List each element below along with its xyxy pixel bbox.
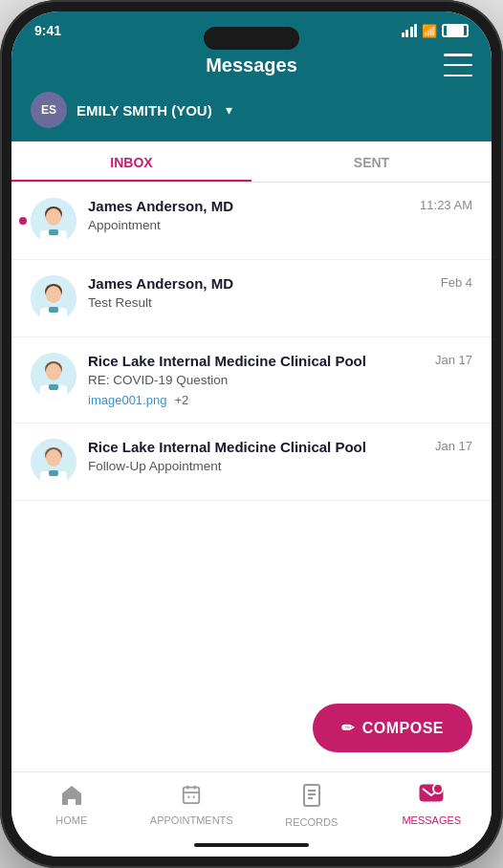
sender-avatar bbox=[31, 439, 77, 485]
compose-area: ✏ COMPOSE bbox=[11, 688, 492, 771]
home-indicator bbox=[11, 837, 492, 857]
svg-point-7 bbox=[46, 286, 61, 303]
svg-point-2 bbox=[46, 208, 61, 226]
tab-inbox[interactable]: INBOX bbox=[11, 141, 252, 182]
message-attachments: image001.png +2 bbox=[88, 393, 472, 407]
message-preview: Test Result bbox=[88, 295, 472, 310]
sender-avatar bbox=[31, 198, 77, 244]
svg-point-17 bbox=[46, 449, 61, 467]
nav-records-label: RECORDS bbox=[285, 816, 338, 828]
message-preview: Appointment bbox=[88, 218, 472, 232]
nav-messages[interactable]: MESSAGES bbox=[372, 780, 492, 832]
svg-point-31 bbox=[433, 784, 443, 793]
message-item[interactable]: James Anderson, MD 11:23 AM Appointment bbox=[11, 183, 492, 260]
nav-appointments-label: APPOINTMENTS bbox=[150, 814, 233, 826]
message-preview: RE: COVID-19 Question bbox=[88, 373, 472, 387]
attachment-name[interactable]: image001.png bbox=[88, 393, 166, 407]
user-name: EMILY SMITH (YOU) bbox=[77, 102, 212, 119]
compose-button[interactable]: ✏ COMPOSE bbox=[313, 704, 472, 752]
nav-home-label: HOME bbox=[55, 814, 87, 826]
attachment-extra: +2 bbox=[174, 393, 188, 407]
phone-screen: 9:41 📶 Messages bbox=[11, 11, 492, 857]
nav-messages-label: MESSAGES bbox=[402, 814, 461, 826]
svg-point-12 bbox=[46, 363, 61, 380]
dynamic-island bbox=[204, 27, 299, 50]
unread-indicator bbox=[19, 217, 27, 225]
signal-icon bbox=[402, 24, 418, 37]
compose-label: COMPOSE bbox=[362, 720, 444, 737]
header-title: Messages bbox=[59, 54, 444, 76]
records-icon bbox=[301, 784, 322, 813]
message-item[interactable]: Rice Lake Internal Medicine Clinical Poo… bbox=[11, 337, 492, 423]
phone-shell: 9:41 📶 Messages bbox=[0, 0, 503, 868]
bottom-nav: HOME APPOINTMENTS bbox=[11, 771, 492, 837]
sender-avatar bbox=[31, 275, 77, 321]
tab-bar: INBOX SENT bbox=[11, 141, 492, 183]
messages-list: James Anderson, MD 11:23 AM Appointment bbox=[11, 183, 492, 688]
svg-rect-20 bbox=[184, 788, 200, 804]
user-selector[interactable]: ES EMILY SMITH (YOU) ▾ bbox=[11, 92, 492, 141]
tab-sent[interactable]: SENT bbox=[252, 141, 492, 182]
sender-avatar bbox=[31, 353, 77, 399]
sender-name: James Anderson, MD bbox=[88, 198, 233, 214]
app-header: Messages bbox=[11, 44, 492, 92]
user-avatar: ES bbox=[31, 92, 67, 128]
nav-records[interactable]: RECORDS bbox=[252, 780, 372, 832]
sender-name: Rice Lake Internal Medicine Clinical Poo… bbox=[88, 353, 366, 369]
home-icon bbox=[60, 784, 83, 811]
svg-rect-4 bbox=[49, 229, 58, 235]
message-time: Jan 17 bbox=[435, 439, 472, 453]
nav-appointments[interactable]: APPOINTMENTS bbox=[132, 780, 252, 832]
battery-icon bbox=[442, 24, 469, 37]
svg-rect-14 bbox=[49, 384, 58, 390]
wifi-icon: 📶 bbox=[422, 24, 437, 38]
sender-name: Rice Lake Internal Medicine Clinical Poo… bbox=[88, 439, 366, 455]
status-time: 9:41 bbox=[34, 23, 61, 38]
message-time: 11:23 AM bbox=[420, 198, 472, 212]
appointments-icon bbox=[180, 784, 203, 811]
user-chevron-icon: ▾ bbox=[226, 102, 232, 118]
nav-home[interactable]: HOME bbox=[11, 780, 132, 832]
message-preview: Follow-Up Appointment bbox=[88, 459, 472, 473]
message-item[interactable]: James Anderson, MD Feb 4 Test Result bbox=[11, 260, 492, 337]
message-content: Rice Lake Internal Medicine Clinical Poo… bbox=[88, 439, 472, 473]
sender-name: James Anderson, MD bbox=[88, 275, 233, 292]
compose-icon: ✏ bbox=[341, 719, 355, 737]
message-content: James Anderson, MD 11:23 AM Appointment bbox=[88, 198, 472, 232]
message-content: James Anderson, MD Feb 4 Test Result bbox=[88, 275, 472, 310]
message-item[interactable]: Rice Lake Internal Medicine Clinical Poo… bbox=[11, 423, 492, 501]
message-content: Rice Lake Internal Medicine Clinical Poo… bbox=[88, 353, 472, 407]
menu-button[interactable] bbox=[444, 54, 472, 76]
message-time: Feb 4 bbox=[441, 275, 472, 290]
status-icons: 📶 bbox=[402, 24, 470, 38]
svg-rect-19 bbox=[49, 470, 58, 476]
messages-icon bbox=[419, 784, 444, 811]
home-bar bbox=[194, 843, 309, 847]
svg-rect-9 bbox=[49, 307, 58, 313]
message-time: Jan 17 bbox=[435, 353, 472, 367]
